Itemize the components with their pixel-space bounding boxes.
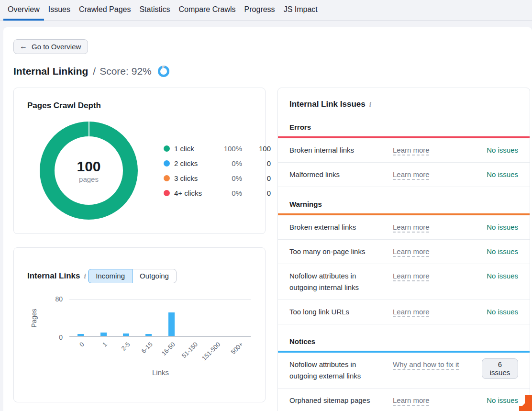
y-axis: 80 0 Pages — [27, 299, 69, 337]
status-no-issues: No issues — [482, 270, 518, 282]
legend-item-2-clicks: 2 clicks 0% 0 — [164, 156, 271, 171]
donut-slice-divider — [89, 122, 89, 136]
issue-row-nofollow-outgoing-internal: Nofollow attributes in outgoing internal… — [278, 264, 530, 300]
learn-more-link[interactable]: Learn more — [393, 169, 430, 180]
internal-links-card: Internal Linksi Incoming Outgoing 80 0 P… — [13, 247, 266, 402]
y-tick-80: 80 — [55, 295, 63, 303]
internal-links-title: Internal Links — [27, 271, 80, 280]
x-tick: 500+ — [230, 341, 244, 355]
bar-slot — [183, 299, 205, 336]
notices-section-header: Notices — [289, 337, 518, 345]
issue-row-malformed-links: Malformed links Learn more No issues — [278, 163, 530, 187]
x-tick: 1 — [101, 341, 109, 348]
x-tick: 6-15 — [140, 341, 154, 355]
issue-row-broken-internal-links: Broken internal links Learn more No issu… — [278, 138, 530, 163]
crawl-depth-legend: 1 click 100% 100 2 clicks 0% 0 3 c — [164, 141, 271, 200]
bar — [123, 333, 129, 336]
internal-links-bar-chart: 80 0 Pages — [27, 299, 252, 337]
bar-slot — [69, 299, 92, 336]
x-tick: 0 — [78, 341, 86, 348]
tab-statistics[interactable]: Statistics — [135, 0, 174, 21]
pages-crawl-depth-card: Pages Crawl Depth 100 pages 1 click — [13, 88, 266, 234]
info-icon[interactable]: i — [84, 272, 86, 280]
legend-dot-orange — [164, 175, 170, 181]
go-to-overview-label: Go to Overview — [32, 43, 81, 51]
score-label: Score: 92% — [100, 66, 152, 77]
arrow-left-icon: ← — [20, 42, 27, 51]
learn-more-link[interactable]: Learn more — [393, 144, 430, 156]
tab-overview[interactable]: Overview — [3, 0, 44, 21]
tab-progress[interactable]: Progress — [240, 0, 279, 21]
crawl-depth-donut-chart: 100 pages — [40, 122, 138, 220]
learn-more-link[interactable]: Learn more — [393, 270, 430, 282]
legend-dot-red — [164, 190, 170, 196]
legend-dot-green — [164, 145, 170, 152]
tab-compare-crawls[interactable]: Compare Crawls — [174, 0, 240, 21]
x-tick: 2-5 — [120, 341, 131, 352]
issue-row-too-many-on-page-links: Too many on-page links Learn more No iss… — [278, 240, 530, 264]
y-axis-label: Pages — [30, 309, 38, 328]
bar — [168, 312, 175, 336]
issues-count-button[interactable]: 6 issues — [482, 358, 518, 379]
score-progress-ring — [158, 66, 169, 77]
tab-js-impact[interactable]: JS Impact — [279, 0, 322, 21]
learn-more-link[interactable]: Learn more — [393, 306, 430, 318]
issue-row-orphaned-sitemap-pages: Orphaned sitemap pages Learn more No iss… — [278, 389, 530, 411]
bar-slot — [228, 299, 251, 336]
legend-dot-blue — [164, 160, 170, 167]
status-no-issues: No issues — [482, 395, 518, 406]
legend-item-3-clicks: 3 clicks 0% 0 — [164, 171, 271, 186]
issue-row-too-long-link-urls: Too long link URLs Learn more No issues — [278, 300, 530, 324]
status-no-issues: No issues — [482, 246, 518, 257]
legend-item-1-click: 1 click 100% 100 — [164, 141, 271, 156]
pages-crawl-depth-title: Pages Crawl Depth — [27, 101, 252, 111]
report-tabbar: Overview Issues Crawled Pages Statistics… — [0, 0, 532, 21]
go-to-overview-button[interactable]: ← Go to Overview — [13, 39, 88, 54]
tab-issues[interactable]: Issues — [44, 0, 75, 21]
internal-link-issues-title: Internal Link Issuesi — [278, 100, 530, 109]
tab-crawled-pages[interactable]: Crawled Pages — [75, 0, 135, 21]
feedback-widget-corner[interactable] — [519, 395, 532, 411]
donut-center-value: 100 — [77, 158, 100, 175]
bar-slot — [160, 299, 183, 336]
status-no-issues: No issues — [482, 306, 518, 318]
errors-section-header: Errors — [289, 123, 518, 131]
outgoing-tab[interactable]: Outgoing — [133, 269, 177, 283]
bar-slot — [92, 299, 114, 336]
why-and-how-to-fix-it-link[interactable]: Why and how to fix it — [393, 359, 459, 370]
status-no-issues: No issues — [482, 169, 518, 180]
incoming-tab[interactable]: Incoming — [88, 269, 133, 283]
learn-more-link[interactable]: Learn more — [393, 246, 430, 257]
page-title: Internal Linking — [13, 66, 88, 77]
bar-slot — [137, 299, 160, 336]
bar-slot — [205, 299, 228, 336]
legend-item-4plus-clicks: 4+ clicks 0% 0 — [164, 186, 271, 200]
learn-more-link[interactable]: Learn more — [393, 222, 430, 233]
x-axis-ticks: 0 1 2-5 6-15 16-50 51-150 151-500 500+ — [69, 337, 251, 367]
status-no-issues: No issues — [482, 144, 518, 156]
warnings-section-header: Warnings — [289, 200, 518, 208]
bar — [100, 333, 107, 336]
internal-link-issues-card: Internal Link Issuesi Errors Broken inte… — [277, 88, 530, 411]
status-no-issues: No issues — [482, 222, 518, 233]
bar-slot — [115, 299, 137, 336]
info-icon[interactable]: i — [369, 100, 371, 109]
bar — [78, 334, 84, 336]
x-axis-label: Links — [69, 368, 252, 377]
y-tick-0: 0 — [59, 333, 63, 341]
bar — [145, 334, 152, 336]
issue-row-nofollow-outgoing-external: Nofollow attributes in outgoing external… — [278, 353, 530, 389]
issue-row-broken-external-links: Broken external links Learn more No issu… — [278, 215, 530, 240]
direction-toggle: Incoming Outgoing — [88, 269, 177, 283]
bar-plot — [69, 299, 251, 337]
x-tick: 51-150 — [180, 341, 199, 359]
x-tick: 16-50 — [160, 341, 177, 357]
learn-more-link[interactable]: Learn more — [393, 395, 430, 406]
report-page: ← Go to Overview Internal Linking / Scor… — [3, 27, 532, 411]
page-title-row: Internal Linking / Score: 92% — [13, 66, 530, 77]
title-separator: / — [93, 66, 96, 77]
donut-center-unit: pages — [79, 175, 99, 183]
